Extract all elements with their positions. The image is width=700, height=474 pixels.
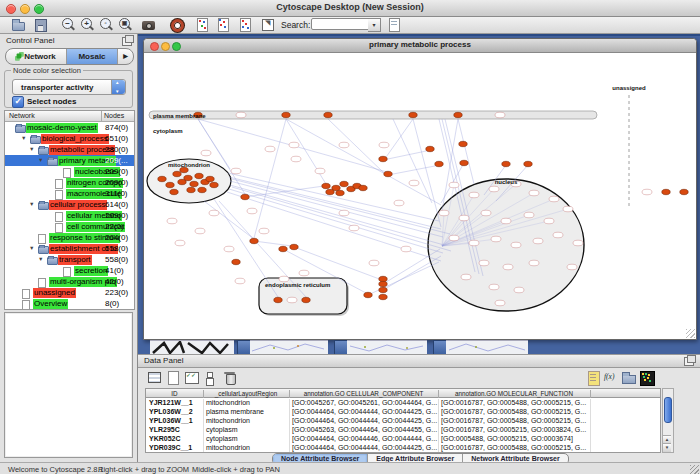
node-label[interactable] xyxy=(511,242,521,248)
node-label[interactable] xyxy=(279,276,289,282)
node-label[interactable] xyxy=(524,212,534,218)
tree-row[interactable]: unassigned223(0) xyxy=(5,287,134,298)
gene-node[interactable] xyxy=(190,181,198,186)
network-window-titlebar[interactable]: primary metabolic process xyxy=(144,39,696,53)
gene-node[interactable] xyxy=(195,173,203,178)
gene-node[interactable] xyxy=(379,276,387,281)
tree-row[interactable]: ▼cellular process614(0) xyxy=(5,199,134,210)
node-label[interactable] xyxy=(529,260,539,266)
tree-row[interactable]: nucleobase-209(0) xyxy=(5,166,134,177)
tree-row[interactable]: response to stimulu264(0) xyxy=(5,232,134,243)
destroy-view-icon[interactable] xyxy=(237,17,254,32)
edge[interactable] xyxy=(388,165,440,175)
node-label[interactable] xyxy=(503,264,513,270)
tree-row[interactable]: Overview8(0) xyxy=(5,298,134,309)
network-view-window[interactable]: primary metabolic process plasma membran… xyxy=(143,38,697,340)
gene-node[interactable] xyxy=(524,161,532,166)
node-label[interactable] xyxy=(231,168,241,174)
tree-column-network[interactable]: Network xyxy=(9,112,35,119)
tab-mosaic[interactable]: Mosaic xyxy=(67,49,118,64)
table-row[interactable]: YKR052Ccytoplasm[GO:0044464, GO:0044446,… xyxy=(146,434,660,443)
gene-node[interactable] xyxy=(459,141,467,146)
gene-node[interactable] xyxy=(359,185,367,190)
node-color-dropdown[interactable]: transporter activity xyxy=(12,79,126,95)
plasma-membrane-region[interactable] xyxy=(149,111,597,119)
help-icon[interactable] xyxy=(169,17,186,32)
gene-node[interactable] xyxy=(384,171,392,176)
node-label[interactable] xyxy=(209,210,219,216)
node-label[interactable] xyxy=(259,228,269,234)
gene-node[interactable] xyxy=(184,175,192,180)
node-label[interactable] xyxy=(544,218,554,224)
gene-node[interactable] xyxy=(379,281,387,286)
node-label[interactable] xyxy=(401,246,411,252)
table-column-header[interactable]: ID xyxy=(146,390,204,398)
zoom-fit-icon[interactable] xyxy=(117,17,134,32)
background-window-fragment[interactable] xyxy=(446,340,528,355)
gene-node[interactable] xyxy=(187,187,195,192)
node-label[interactable] xyxy=(195,228,205,234)
edge[interactable] xyxy=(413,119,441,227)
node-label[interactable] xyxy=(289,142,299,148)
snapshot-icon[interactable] xyxy=(141,17,158,32)
node-label[interactable] xyxy=(461,274,471,280)
edge[interactable] xyxy=(393,119,432,203)
node-label[interactable] xyxy=(236,112,246,118)
select-nodes-checkbox[interactable] xyxy=(12,96,24,108)
edge[interactable] xyxy=(383,256,441,290)
float-panel-icon[interactable] xyxy=(122,37,132,46)
gene-node[interactable] xyxy=(210,182,218,187)
node-label[interactable] xyxy=(469,192,479,198)
network-tree-header[interactable]: Network Nodes xyxy=(5,111,134,122)
edge[interactable] xyxy=(328,119,385,174)
node-label[interactable] xyxy=(529,190,539,196)
edge[interactable] xyxy=(204,201,254,239)
gene-node[interactable] xyxy=(279,246,287,251)
node-label[interactable] xyxy=(491,236,501,242)
edge[interactable] xyxy=(254,119,286,238)
network-canvas[interactable]: plasma membranecytoplasmmitochondrionnuc… xyxy=(144,53,696,339)
float-data-panel-icon[interactable] xyxy=(684,357,694,366)
gene-node[interactable] xyxy=(680,189,688,194)
node-label[interactable] xyxy=(409,180,419,186)
gene-node[interactable] xyxy=(250,238,258,243)
formula-builder-icon[interactable] xyxy=(603,370,619,386)
gene-node[interactable] xyxy=(158,176,166,181)
expand-arrow-icon[interactable]: ▼ xyxy=(29,201,34,207)
notes-icon[interactable] xyxy=(585,370,601,386)
node-label[interactable] xyxy=(533,238,543,244)
node-label[interactable] xyxy=(479,260,489,266)
gene-node[interactable] xyxy=(340,181,348,186)
gene-node[interactable] xyxy=(173,171,181,176)
node-label[interactable] xyxy=(315,168,325,174)
tree-row[interactable]: ▼primary metabo209(... xyxy=(5,155,134,166)
node-label[interactable] xyxy=(563,206,573,212)
node-label[interactable] xyxy=(235,278,245,284)
background-window-fragment[interactable] xyxy=(347,340,427,355)
window-titlebar[interactable]: Cytoscape Desktop (New Session) xyxy=(0,0,700,17)
gene-node[interactable] xyxy=(409,112,417,117)
table-scrollbar[interactable]: ▲ ▼ xyxy=(662,388,674,453)
tree-row[interactable]: ▼establishment of lo558(0) xyxy=(5,243,134,254)
network-overview-icon[interactable] xyxy=(194,17,211,32)
table-row[interactable]: YPL036W__2plasma membrane[GO:0044464, GO… xyxy=(146,407,660,416)
node-label[interactable] xyxy=(339,210,349,216)
table-row[interactable]: YJR121W__1mitochondrion[GO:0045267, GO:0… xyxy=(146,398,660,407)
node-label[interactable] xyxy=(247,208,257,214)
tree-row[interactable]: secretion41(0) xyxy=(5,265,134,276)
gene-node[interactable] xyxy=(662,189,670,194)
gene-node[interactable] xyxy=(326,189,334,194)
open-session-icon[interactable] xyxy=(10,17,27,32)
expand-arrow-icon[interactable]: ▼ xyxy=(38,256,43,262)
gene-node[interactable] xyxy=(206,176,214,181)
background-window-fragment[interactable] xyxy=(150,340,234,355)
network-graph-svg[interactable]: plasma membranecytoplasmmitochondrionnuc… xyxy=(144,53,696,339)
edge[interactable] xyxy=(458,119,474,184)
node-label[interactable] xyxy=(573,240,583,246)
tree-row[interactable]: cellular metabo209(0) xyxy=(5,210,134,221)
delete-attribute-icon[interactable] xyxy=(222,370,238,386)
node-label[interactable] xyxy=(349,225,359,231)
import-network-icon[interactable] xyxy=(259,17,276,32)
node-label[interactable] xyxy=(339,142,349,148)
gene-node[interactable] xyxy=(379,287,387,292)
